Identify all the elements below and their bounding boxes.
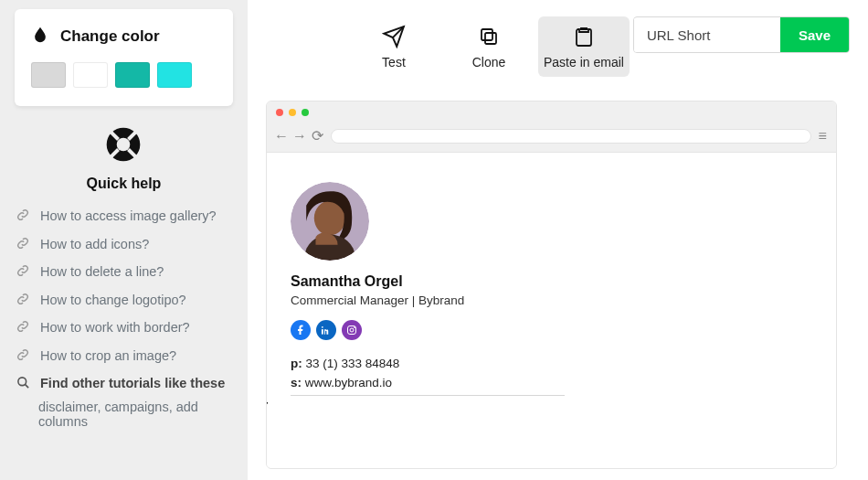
facebook-icon[interactable] xyxy=(291,320,311,340)
svg-rect-4 xyxy=(482,29,492,40)
send-icon xyxy=(381,24,407,49)
copy-icon xyxy=(476,24,502,49)
url-short-input[interactable] xyxy=(634,18,780,52)
sidebar: Change color Quick help How to access im… xyxy=(0,0,248,480)
forward-icon[interactable]: → xyxy=(294,128,305,144)
instagram-icon[interactable] xyxy=(342,320,362,340)
svg-point-1 xyxy=(117,138,131,152)
droplet-icon xyxy=(31,24,49,49)
change-color-title: Change color xyxy=(60,27,160,46)
help-link[interactable]: How to work with border? xyxy=(15,315,233,343)
help-search-sub: disclaimer, campaigns, add columns xyxy=(38,400,233,429)
browser-preview: ← → ⟳ ≡ Samantha Orgel Commercial Manage… xyxy=(266,101,837,469)
clipboard-icon xyxy=(571,24,597,49)
address-bar[interactable] xyxy=(331,129,811,144)
svg-point-2 xyxy=(18,378,26,386)
signature-phone: p: 33 (1) 333 84848 xyxy=(291,357,812,370)
url-save-group: Save xyxy=(633,16,850,53)
test-button[interactable]: Test xyxy=(348,16,439,77)
help-link[interactable]: How to add icons? xyxy=(15,231,233,260)
maximize-dot-icon xyxy=(302,109,309,116)
svg-point-12 xyxy=(350,328,354,332)
window-controls xyxy=(267,101,836,123)
svg-rect-9 xyxy=(322,329,323,335)
paste-in-email-button[interactable]: Paste in email xyxy=(538,16,630,77)
help-link[interactable]: How to change logotipo? xyxy=(15,287,233,315)
reload-icon[interactable]: ⟳ xyxy=(312,127,323,144)
quick-help: Quick help How to access image gallery? … xyxy=(15,124,233,429)
link-icon xyxy=(16,264,31,283)
linkedin-icon[interactable] xyxy=(316,320,336,340)
color-swatches xyxy=(31,62,217,88)
back-icon[interactable]: ← xyxy=(276,128,287,144)
divider xyxy=(291,395,565,396)
signature-site: s: www.bybrand.io xyxy=(291,376,812,389)
clone-button[interactable]: Clone xyxy=(443,16,535,77)
change-color-card: Change color xyxy=(15,9,233,106)
lifebuoy-icon xyxy=(103,152,143,167)
avatar xyxy=(291,182,369,261)
close-dot-icon xyxy=(276,109,283,116)
quick-help-title: Quick help xyxy=(15,176,233,192)
link-icon xyxy=(16,348,31,367)
help-link[interactable]: How to crop an image? xyxy=(15,343,233,371)
link-icon xyxy=(16,237,31,255)
svg-rect-3 xyxy=(485,33,496,44)
minimize-dot-icon xyxy=(289,109,296,116)
svg-point-13 xyxy=(354,327,355,328)
search-icon xyxy=(16,376,31,395)
color-swatch[interactable] xyxy=(31,62,66,88)
color-swatch[interactable] xyxy=(115,62,150,88)
svg-point-10 xyxy=(322,325,323,327)
link-icon xyxy=(16,208,31,227)
color-swatch[interactable] xyxy=(157,62,192,88)
cursor-icon xyxy=(266,393,270,411)
help-link[interactable]: How to access image gallery? xyxy=(15,203,233,231)
help-search-link[interactable]: Find other tutorials like these xyxy=(15,370,233,400)
signature-title: Commercial Manager | Bybrand xyxy=(291,293,812,307)
help-link[interactable]: How to delete a line? xyxy=(15,259,233,287)
main: Test Clone Paste in email Save xyxy=(248,0,868,480)
signature-name: Samantha Orgel xyxy=(291,273,812,290)
save-button[interactable]: Save xyxy=(780,17,849,52)
link-icon xyxy=(16,293,31,311)
link-icon xyxy=(16,320,31,338)
signature-preview: Samantha Orgel Commercial Manager | Bybr… xyxy=(267,153,836,468)
toolbar: Test Clone Paste in email Save xyxy=(348,16,850,77)
color-swatch[interactable] xyxy=(73,62,108,88)
menu-icon[interactable]: ≡ xyxy=(819,128,827,144)
